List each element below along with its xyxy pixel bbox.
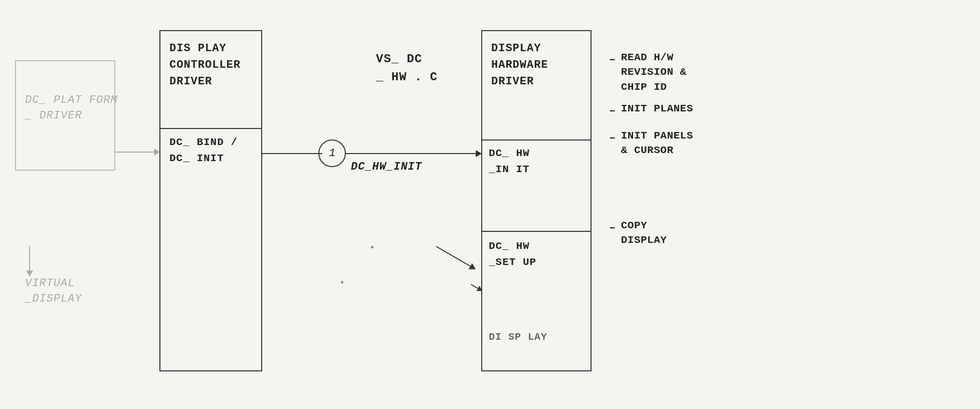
dc-display-partial: DI SP LAY <box>489 331 547 343</box>
annotations-panel: – READ H/W REVISION & CHIP ID – INIT PLA… <box>609 50 693 254</box>
dc-hw-init-label: DC_HW_INIT <box>351 161 422 173</box>
annotation-init-panels-text: INIT PANELS & CURSOR <box>621 128 693 158</box>
annotation-init-panels: – INIT PANELS & CURSOR <box>609 128 693 158</box>
hw-divider-1 <box>481 140 592 141</box>
annotation-copy-display: – COPY DISPLAY <box>609 218 693 248</box>
dc-hw-init-box-label: DC_ HW _IN IT <box>489 146 530 177</box>
dc-bind-init-label: DC_ BIND / DC_ INIT <box>169 134 238 166</box>
dash-2: – <box>609 101 616 121</box>
hw-divider-2 <box>481 231 592 232</box>
annotation-init-planes-text: INIT PLANES <box>621 101 693 116</box>
dot-decoration-2 <box>341 281 343 284</box>
dc-hw-setup-label: DC_ HW _SET UP <box>489 238 536 270</box>
diagram-container: DC_ PLAT FORM _ DRIVER VIRTUAL _DISPLAY … <box>0 0 980 409</box>
annotation-init-planes: – INIT PLANES <box>609 101 693 121</box>
hw-driver-title: DISPLAY HARDWARE DRIVER <box>491 40 548 90</box>
annotation-read-hw-text: READ H/W REVISION & CHIP ID <box>621 50 687 94</box>
annotation-copy-display-text: COPY DISPLAY <box>621 218 667 248</box>
controller-driver-title: DIS PLAY CONTROLLER DRIVER <box>169 40 241 90</box>
dot-decoration-1 <box>371 246 373 248</box>
controller-divider <box>159 128 262 129</box>
arrow-platform-to-controller <box>114 152 159 153</box>
platform-driver-label: DC_ PLAT FORM _ DRIVER <box>25 93 118 124</box>
arrow-hint-bottom <box>471 284 482 291</box>
arrow-down-right <box>436 246 476 269</box>
arrow-circle-to-hw <box>346 153 481 154</box>
arrow-controller-out <box>262 153 322 154</box>
dash-3: – <box>609 128 616 149</box>
dash-4: – <box>609 218 616 238</box>
vs-dc-label: VS_ DC _ HW . C <box>376 50 438 86</box>
dash-1: – <box>609 50 616 70</box>
arrow-virtual-display <box>29 246 30 276</box>
annotation-read-hw: – READ H/W REVISION & CHIP ID <box>609 50 693 94</box>
virtual-display-label: VIRTUAL _DISPLAY <box>25 276 82 307</box>
circle-one: 1 <box>318 140 346 167</box>
